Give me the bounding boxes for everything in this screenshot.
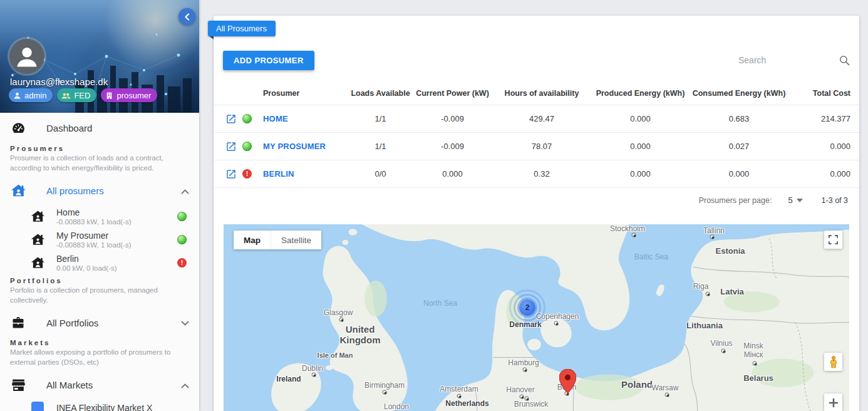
cell-consumed: 0.683 <box>692 114 786 123</box>
chevron-up-icon[interactable] <box>181 380 189 391</box>
person-icon <box>13 43 41 70</box>
dashboard-label: Dashboard <box>46 123 92 133</box>
prosumers-table: Prosumer Loads Available Current Power (… <box>214 81 859 188</box>
open-in-new-icon[interactable] <box>225 169 237 180</box>
prosumer-detail: -0.00883 kW, 1 load(-s) <box>56 241 132 249</box>
house-person-icon <box>10 183 26 199</box>
prosumer-detail: 0.00 kW, 0 load(-s) <box>56 264 117 272</box>
chevron-up-icon[interactable] <box>181 185 189 197</box>
map-type-map-button[interactable]: Map <box>234 231 271 249</box>
sidebar-item-dashboard[interactable]: Dashboard <box>0 114 199 142</box>
market-name: INEA Flexibility Market X <box>56 403 152 411</box>
per-page-label: Prosumers per page: <box>699 196 772 205</box>
cell-produced: 0.000 <box>589 169 692 179</box>
tab-all-prosumers[interactable]: All Prosumers <box>208 21 276 36</box>
storefront-icon <box>10 377 26 393</box>
briefcase-icon <box>10 315 26 330</box>
cell-consumed: 0.027 <box>692 142 786 151</box>
prosumer-link[interactable]: MY PROSUMER <box>263 142 351 151</box>
col-hours: Hours of availability <box>495 89 589 98</box>
prosumer-name: Berlin <box>56 254 117 264</box>
user-badges: admin FED prosu <box>9 88 157 102</box>
search <box>738 55 850 66</box>
add-prosumer-button[interactable]: ADD PROSUMER <box>223 51 314 70</box>
col-total-cost: Total Cost <box>786 89 859 98</box>
house-icon <box>30 256 45 270</box>
prosumer-link[interactable]: HOME <box>263 114 351 123</box>
col-power: Current Power (kW) <box>410 89 495 98</box>
cell-loads: 1/1 <box>351 114 410 123</box>
cell-cost: 214.377 <box>786 114 859 123</box>
person-icon <box>13 91 21 100</box>
sidebar-item-all-portfolios[interactable]: All Portfolios <box>0 309 199 336</box>
map-type-control: Map Satellite <box>234 231 321 249</box>
cell-loads: 0/0 <box>351 169 410 179</box>
market-icon <box>30 402 45 411</box>
cell-loads: 1/1 <box>351 142 410 151</box>
cell-produced: 0.000 <box>589 114 692 123</box>
sidebar-item-inea-market[interactable]: INEA Flexibility Market X <box>0 399 199 411</box>
cluster-count[interactable]: 2 <box>519 299 535 316</box>
prosumer-link[interactable]: BERLIN <box>263 169 351 179</box>
pagination: Prosumers per page: 5 1-3 of 3 <box>699 195 848 205</box>
col-prosumer: Prosumer <box>263 89 351 98</box>
badge-prosumer: prosumer <box>101 88 157 102</box>
cluster-marker[interactable]: 2 <box>509 289 545 326</box>
chevron-down-icon[interactable] <box>181 317 189 328</box>
col-loads: Loads Available <box>351 89 410 98</box>
dropdown-caret-icon[interactable] <box>797 199 803 202</box>
table-row[interactable]: BERLIN 0/0 0.000 0.32 0.000 0.000 0.000 <box>214 160 859 188</box>
per-page-value[interactable]: 5 <box>788 195 792 205</box>
sidebar-cover-image: laurynas@flexshape.dk admin FED <box>0 0 199 113</box>
sidebar-item-my-prosumer[interactable]: My Prosumer -0.00883 kW, 1 load(-s) <box>0 228 199 251</box>
dashboard-icon <box>10 120 26 136</box>
open-in-new-icon[interactable] <box>225 113 237 125</box>
sidebar-item-all-prosumers[interactable]: All prosumers <box>0 177 199 205</box>
status-error-icon <box>177 258 187 268</box>
cell-hours: 429.47 <box>495 114 589 123</box>
prosumer-detail: -0.00883 kW, 1 load(-s) <box>56 218 132 226</box>
prosumers-card: All Prosumers ADD PROSUMER Prosumer Load… <box>214 16 859 411</box>
zoom-in-button[interactable] <box>824 393 842 411</box>
all-markets-label: All Markets <box>46 380 93 390</box>
sidebar-item-all-markets[interactable]: All Markets <box>0 371 199 399</box>
status-ok-icon <box>242 114 252 123</box>
fullscreen-button[interactable] <box>824 231 842 249</box>
house-icon <box>30 232 45 247</box>
main-content: All Prosumers ADD PROSUMER Prosumer Load… <box>199 0 868 411</box>
map-type-satellite-button[interactable]: Satellite <box>271 231 321 249</box>
sidebar-collapse-button[interactable] <box>178 8 195 25</box>
map[interactable]: StockholmTallinnEstoniaBaltic SeaRigaLat… <box>224 224 849 411</box>
cell-cost: 0.000 <box>786 142 859 151</box>
sidebar-item-berlin[interactable]: Berlin 0.00 kW, 0 load(-s) <box>0 251 199 274</box>
toolbar: ADD PROSUMER <box>223 50 850 70</box>
berlin-pin-marker[interactable] <box>559 369 576 397</box>
section-desc-portfolios: Porfolio is a collection of prosumers, m… <box>10 286 189 305</box>
status-ok-icon <box>242 142 252 151</box>
table-row[interactable]: HOME 1/1 -0.009 429.47 0.000 0.683 214.3… <box>214 105 859 133</box>
user-email: laurynas@flexshape.dk <box>10 76 108 87</box>
search-input[interactable] <box>738 55 832 65</box>
cell-hours: 78.07 <box>495 142 589 151</box>
all-prosumers-label: All prosumers <box>46 185 104 196</box>
col-produced: Produced Energy (kWh) <box>589 89 692 98</box>
plus-icon <box>829 398 839 408</box>
sidebar-item-home[interactable]: Home -0.00883 kW, 1 load(-s) <box>0 205 199 228</box>
section-desc-prosumers: Prosumer is a collection of loads and a … <box>10 153 189 173</box>
house-icon <box>30 209 45 224</box>
building-icon <box>105 91 113 100</box>
search-icon[interactable] <box>839 55 850 66</box>
table-row[interactable]: MY PROSUMER 1/1 -0.009 78.07 0.000 0.027… <box>214 133 859 160</box>
cell-produced: 0.000 <box>589 142 692 151</box>
open-in-new-icon[interactable] <box>225 141 237 152</box>
badge-fed: FED <box>57 88 96 102</box>
cell-cost: 0.000 <box>786 169 859 179</box>
sidebar: laurynas@flexshape.dk admin FED <box>0 0 199 411</box>
status-ok-icon <box>177 212 187 221</box>
section-header-markets: Markets <box>10 339 189 346</box>
pegman-control[interactable] <box>824 353 842 371</box>
avatar <box>9 39 44 74</box>
pegman-icon <box>829 356 838 368</box>
badge-admin: admin <box>9 88 53 102</box>
status-error-icon <box>242 169 252 179</box>
